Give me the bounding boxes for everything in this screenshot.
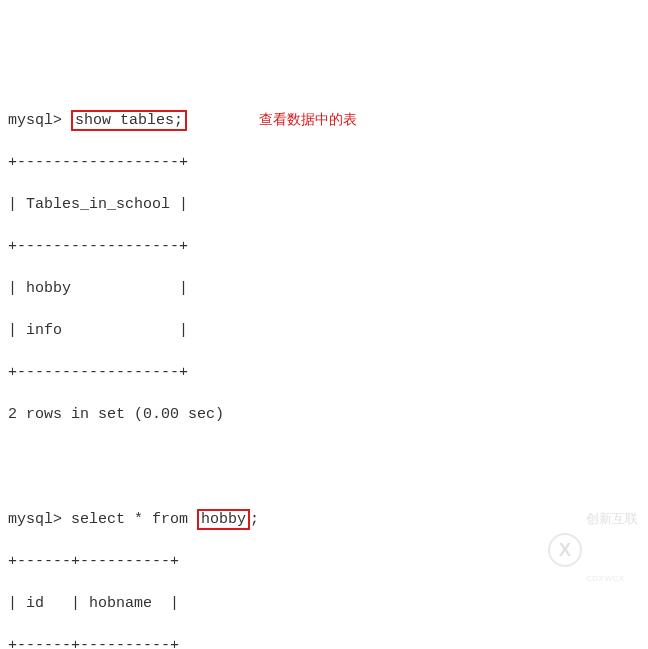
table-border: +------------------+ — [8, 152, 640, 173]
watermark: X 创新互联 CDXWCX — [548, 470, 638, 631]
result-footer: 2 rows in set (0.00 sec) — [8, 404, 640, 425]
watermark-text: 创新互联 — [586, 512, 638, 526]
watermark-logo-icon: X — [548, 533, 582, 567]
watermark-text-wrap: 创新互联 CDXWCX — [586, 470, 638, 631]
prompt: mysql> — [8, 112, 62, 129]
cmd-highlight-hobby: hobby — [197, 509, 250, 530]
table-border: +------+----------+ — [8, 635, 640, 649]
table-row: | info | — [8, 320, 640, 341]
table-row: | hobby | — [8, 278, 640, 299]
watermark-subtext: CDXWCX — [586, 568, 638, 589]
table-header: | id | hobname | — [8, 593, 640, 614]
blank-line — [8, 446, 640, 467]
cmd-text: ; — [250, 511, 259, 528]
cmd-highlight-show-tables: show tables; — [71, 110, 187, 131]
annotation-show-tables: 查看数据中的表 — [259, 111, 357, 127]
cmd-line-2: mysql> select * from hobby; — [8, 509, 640, 530]
cmd-line-1: mysql> show tables; 查看数据中的表 — [8, 109, 640, 131]
table-border: +------+----------+ — [8, 551, 640, 572]
table-border: +------------------+ — [8, 362, 640, 383]
table-border: +------------------+ — [8, 236, 640, 257]
table-header: | Tables_in_school | — [8, 194, 640, 215]
cmd-text: select * from — [62, 511, 197, 528]
prompt: mysql> — [8, 511, 62, 528]
